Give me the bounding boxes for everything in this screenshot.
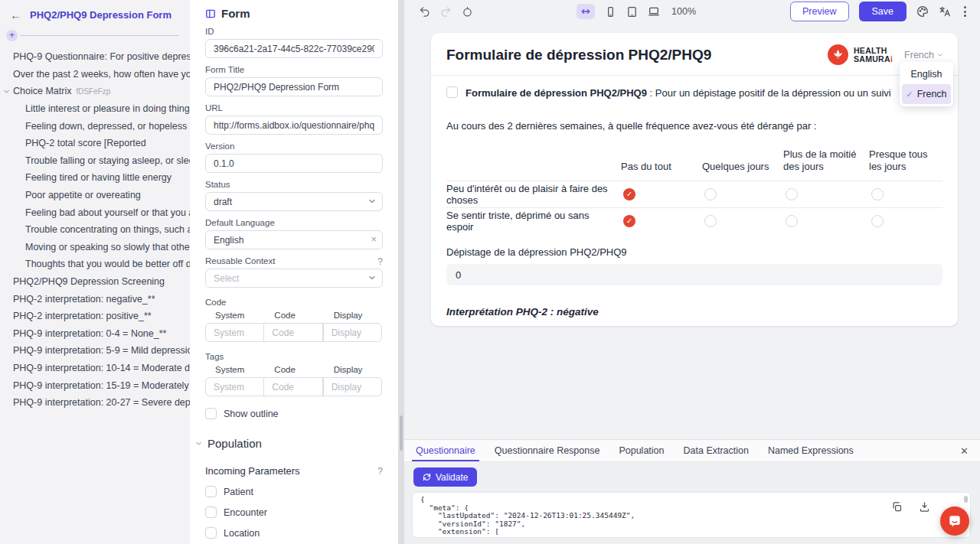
download-icon[interactable] <box>919 501 930 513</box>
outline-item[interactable]: Trouble falling or staying asleep, or sl… <box>0 152 190 170</box>
language-option-english[interactable]: English <box>902 64 951 84</box>
score-field[interactable]: 0 <box>446 264 942 285</box>
outline-item[interactable]: Trouble concentrating on things, such as… <box>0 221 190 239</box>
help-icon[interactable]: ? <box>377 466 383 477</box>
show-outline-row: Show outline <box>205 408 383 419</box>
outline-item[interactable]: PHQ-2 interpretation: negative_** <box>0 290 190 308</box>
outline-item[interactable]: Moving or speaking so slowly that other … <box>0 239 190 256</box>
outline-item[interactable]: Little interest or pleasure in doing thi… <box>0 100 190 118</box>
code-display-field[interactable] <box>323 323 382 342</box>
back-icon[interactable]: ← <box>10 8 21 21</box>
interpretation-text: Interprétation PHQ-2 : négative <box>446 306 942 318</box>
json-editor[interactable]: { "meta": { "lastUpdated": "2024-12-26T1… <box>412 492 971 538</box>
outline-item[interactable]: PHQ-2 interpretation: positive_** <box>0 308 190 325</box>
outline-item[interactable]: PHQ-2 total score [Reported <box>0 135 190 152</box>
radio-option[interactable] <box>871 188 884 200</box>
tab-population[interactable]: Population <box>619 440 664 461</box>
outline-item[interactable]: Thoughts that you would be better off de… <box>0 256 190 273</box>
chevron-down-icon[interactable] <box>3 88 13 95</box>
close-icon[interactable]: ✕ <box>960 445 969 457</box>
form-title-field[interactable] <box>205 77 383 96</box>
redo-icon[interactable] <box>440 6 452 18</box>
debug-console: Questionnaire Questionnaire Response Pop… <box>404 439 980 544</box>
show-outline-label: Show outline <box>224 409 279 419</box>
encounter-checkbox[interactable] <box>205 507 217 518</box>
tab-questionnaire-response[interactable]: Questionnaire Response <box>495 440 600 461</box>
tab-questionnaire[interactable]: Questionnaire <box>416 440 475 461</box>
outline-item[interactable]: Poor appetite or overeating <box>0 187 190 204</box>
tablet-view-icon[interactable] <box>626 6 638 18</box>
status-select[interactable] <box>205 192 383 211</box>
show-outline-checkbox[interactable] <box>205 408 217 419</box>
panel-splitter[interactable] <box>398 0 404 544</box>
outline-item[interactable]: PHQ-9 interpretation: 20-27 = Severe dep… <box>0 394 190 412</box>
tags-code-field[interactable] <box>263 377 322 396</box>
radio-option[interactable] <box>704 188 717 200</box>
more-options-icon[interactable] <box>961 5 969 18</box>
reusable-context-select[interactable] <box>205 269 383 288</box>
url-field[interactable] <box>205 116 383 135</box>
undo-icon[interactable] <box>419 6 430 18</box>
incoming-parameters-label: Incoming Parameters <box>205 465 300 477</box>
radio-option[interactable] <box>786 188 798 200</box>
theme-palette-icon[interactable] <box>916 5 929 18</box>
outline-item[interactable]: Over the past 2 weeks, how often have yo… <box>0 66 190 83</box>
default-language-value[interactable] <box>205 230 383 249</box>
code-code-field[interactable] <box>263 323 322 342</box>
outline-item[interactable]: Feeling bad about yourself or that you a… <box>0 204 190 221</box>
matrix-column-header: Plus de la moitié des jours <box>783 148 869 181</box>
outline-item[interactable]: PHQ-9 interpretation: 5-9 = Mild depress… <box>0 342 190 360</box>
preview-button[interactable]: Preview <box>790 2 848 21</box>
outline-item[interactable]: PHQ2/PHQ9 Depression Screening <box>0 273 190 291</box>
radio-checked-icon[interactable]: ✓ <box>623 215 635 227</box>
desktop-view-icon[interactable] <box>648 5 660 18</box>
reusable-context-value[interactable] <box>205 269 383 288</box>
group-checkbox[interactable] <box>446 86 458 98</box>
radio-option[interactable] <box>786 215 798 227</box>
tags-col-code: Code <box>264 365 323 374</box>
radio-option[interactable] <box>704 215 717 227</box>
population-section-header[interactable]: Population <box>195 437 383 450</box>
outline-item[interactable]: PHQ-9 interpretation: 0-4 = None_** <box>0 325 190 343</box>
patient-checkbox[interactable] <box>205 486 217 497</box>
param-location-row: Location <box>205 527 383 539</box>
location-checkbox[interactable] <box>205 527 217 539</box>
outline-item[interactable]: Feeling down, depressed, or hopeless <box>0 117 190 135</box>
outline-item[interactable]: PHQ-9 interpretation: 10-14 = Moderate d… <box>0 360 190 377</box>
version-field[interactable] <box>205 154 383 173</box>
language-selector[interactable]: French <box>904 50 944 60</box>
add-item-button[interactable]: + <box>6 30 18 41</box>
outline-item[interactable]: Feeling tired or having little energy <box>0 169 190 187</box>
chat-launcher-icon[interactable] <box>940 507 969 536</box>
tab-named-expressions[interactable]: Named Expressions <box>768 440 854 461</box>
question-intro: Au cours des 2 dernières semaines, à que… <box>446 120 942 132</box>
outline-item[interactable]: PHQ-9 interpretation: 15-19 = Moderately… <box>0 376 190 394</box>
editor-scrollbar-thumb[interactable] <box>964 496 968 503</box>
code-system-field[interactable] <box>205 323 264 342</box>
language-option-french[interactable]: ✓ French <box>902 84 951 104</box>
tags-col-display: Display <box>324 365 383 374</box>
id-field[interactable] <box>205 39 383 58</box>
validate-button[interactable]: Validate <box>413 467 477 487</box>
phone-view-icon[interactable] <box>605 6 616 18</box>
refresh-icon[interactable] <box>462 6 473 18</box>
json-editor-content[interactable]: { "meta": { "lastUpdated": "2024-12-26T1… <box>413 493 970 538</box>
outline-item[interactable]: PHQ-9 Questionnaire: For positive depres… <box>0 48 190 66</box>
tags-system-field[interactable] <box>205 377 264 396</box>
outline-item-choice-matrix[interactable]: Choice Matrix fDSFeFzp <box>0 83 190 100</box>
lotus-logo-icon <box>828 44 848 65</box>
tab-data-extraction[interactable]: Data Extraction <box>684 440 749 461</box>
copy-icon[interactable] <box>891 501 903 513</box>
radio-checked-icon[interactable]: ✓ <box>623 188 635 200</box>
tags-display-field[interactable] <box>323 377 382 396</box>
splitter-handle[interactable] <box>400 415 403 451</box>
clear-icon[interactable]: × <box>371 233 377 245</box>
help-icon[interactable]: ? <box>377 256 383 267</box>
translate-icon[interactable] <box>939 5 951 18</box>
responsive-width-icon[interactable] <box>577 4 595 19</box>
radio-option[interactable] <box>871 215 884 227</box>
default-language-select[interactable]: × <box>205 230 383 249</box>
version-label: Version <box>205 142 383 151</box>
save-button[interactable]: Save <box>859 2 907 21</box>
status-value[interactable] <box>205 192 383 211</box>
